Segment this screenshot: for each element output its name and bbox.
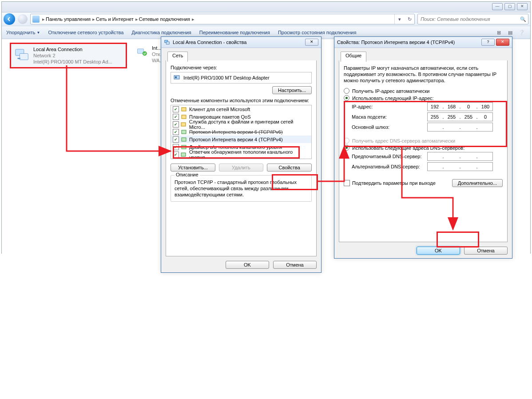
dialog2-titlebar: Свойства: Протокол Интернета версии 4 (T… [334, 37, 512, 48]
connection-name: Local Area Connection [33, 46, 112, 52]
dialog-connection-properties: Local Area Connection - свойства ✕ Сеть … [161, 36, 322, 273]
dialog1-close-button[interactable]: ✕ [305, 39, 318, 46]
svg-rect-9 [182, 115, 186, 119]
advanced-button[interactable]: Дополнительно... [452, 179, 503, 187]
configure-button[interactable]: Настроить... [272, 86, 312, 94]
qos-icon [181, 114, 187, 120]
svg-rect-5 [166, 42, 169, 44]
crumb-network-internet[interactable]: Сеть и Интернет [96, 16, 134, 22]
ip-address-field[interactable]: 192.168.0.180 [427, 102, 493, 111]
window-titlebar: — ▢ ✕ [2, 2, 530, 12]
description-label: Описание [175, 172, 200, 177]
preview-pane-icon[interactable]: ▤ [506, 30, 514, 36]
validate-label: Подтвердить параметры при выходе [352, 180, 436, 186]
intro-text: Параметры IP могут назначаться автоматич… [344, 65, 503, 84]
uninstall-button: Удалить [219, 164, 264, 172]
connection-network: Network 2 [33, 52, 112, 59]
checkbox-icon[interactable]: ✔ [173, 144, 179, 150]
toolbar-organize[interactable]: Упорядочить▼ [6, 30, 40, 35]
dialog2-close-button[interactable]: ✕ [496, 39, 509, 46]
checkbox-icon[interactable]: ✔ [173, 129, 179, 135]
lltd-icon [181, 152, 187, 157]
dialog-ipv4-properties: Свойства: Протокол Интернета версии 4 (T… [334, 36, 512, 259]
ip-address-label: IP-адрес: [352, 104, 427, 109]
components-list[interactable]: ✔Клиент для сетей Microsoft ✔Планировщик… [171, 105, 312, 159]
checkbox-icon[interactable]: ✔ [173, 136, 179, 143]
dns2-label: Альтернативный DNS-сервер: [352, 164, 427, 169]
dialog1-ok-button[interactable]: OK [226, 261, 269, 269]
network-icon [32, 16, 40, 23]
install-button[interactable]: Установить... [171, 164, 215, 172]
adapter-icon [174, 74, 181, 81]
search-input[interactable] [420, 16, 518, 22]
tab-network[interactable]: Сеть [167, 52, 188, 62]
help-icon[interactable]: ❔ [518, 30, 526, 36]
connection-item-local-area[interactable]: Local Area Connection Network 2 Intel(R)… [10, 43, 127, 68]
svg-rect-12 [182, 138, 186, 141]
svg-rect-10 [181, 123, 186, 126]
minimize-button[interactable]: — [492, 3, 503, 10]
radio-dns-auto: Получить адрес DNS-сервера автоматически [344, 138, 503, 144]
checkbox-icon[interactable]: ✔ [173, 114, 179, 120]
radio-ip-auto[interactable]: Получить IP-адрес автоматически [344, 88, 503, 94]
ipv6-icon [181, 129, 187, 135]
properties-button[interactable]: Свойства [267, 164, 312, 172]
dialog1-titlebar: Local Area Connection - свойства ✕ [161, 37, 321, 48]
connection-icon [13, 45, 31, 63]
component-row-ipv4[interactable]: ✔Протокол Интернета версии 4 (TCP/IPv4) [171, 136, 311, 143]
dialog2-title: Свойства: Протокол Интернета версии 4 (T… [337, 40, 455, 45]
svg-rect-11 [182, 130, 186, 134]
validate-checkbox[interactable] [344, 180, 350, 186]
gateway-field[interactable]: ... [427, 123, 493, 132]
radio-icon [344, 138, 349, 144]
search-icon: 🔍 [520, 16, 526, 22]
toolbar-status[interactable]: Просмотр состояния подключения [278, 30, 356, 35]
checkbox-icon[interactable]: ✔ [173, 106, 179, 112]
radio-on-icon [344, 95, 349, 101]
toolbar-diagnose[interactable]: Диагностика подключения [131, 30, 191, 35]
nav-back-button[interactable] [4, 13, 15, 25]
maximize-button[interactable]: ▢ [504, 3, 515, 10]
component-row[interactable]: ✔Ответчик обнаружения топологии канально… [171, 151, 311, 158]
svg-rect-14 [181, 153, 186, 156]
checkbox-icon[interactable]: ✔ [173, 152, 179, 158]
dialog1-title: Local Area Connection - свойства [173, 40, 246, 45]
network-small-icon [164, 39, 170, 45]
crumb-network-connections[interactable]: Сетевые подключения [139, 16, 190, 22]
component-row[interactable]: ✔Клиент для сетей Microsoft [171, 105, 311, 113]
toolbar-disable-device[interactable]: Отключение сетевого устройства [48, 30, 123, 35]
dialog2-cancel-button[interactable]: Отмена [464, 247, 508, 255]
svg-rect-7 [175, 76, 177, 78]
ipv4-icon [181, 136, 187, 142]
dialog2-help-button[interactable]: ? [481, 39, 495, 46]
tab-general[interactable]: Общие [341, 52, 366, 62]
subnet-mask-label: Маска подсети: [352, 114, 427, 120]
nav-forward-button[interactable] [18, 14, 28, 24]
svg-rect-13 [182, 145, 186, 149]
view-icon[interactable]: ⊞ [495, 30, 503, 36]
adapter-box: Intel(R) PRO/1000 MT Desktop Adapter [171, 72, 312, 84]
component-row[interactable]: ✔Служба доступа к файлам и принтерам сет… [171, 120, 311, 128]
toolbar-rename[interactable]: Переименование подключения [199, 30, 270, 35]
close-button[interactable]: ✕ [517, 3, 528, 10]
connection-icon-2 [136, 44, 149, 64]
crumb-control-panel[interactable]: Панель управления [46, 16, 91, 22]
breadcrumb[interactable]: ▸ Панель управления ▸ Сеть и Интернет ▸ … [30, 14, 415, 24]
search-box[interactable]: 🔍 [417, 14, 528, 24]
dropdown-history-button[interactable]: ▾ [395, 14, 405, 24]
dns2-field[interactable]: ... [427, 162, 493, 171]
refresh-button[interactable]: ↻ [405, 14, 414, 24]
svg-rect-1 [20, 53, 28, 60]
svg-rect-8 [182, 108, 186, 111]
dialog2-ok-button[interactable]: OK [417, 247, 460, 255]
checkbox-icon[interactable]: ✔ [173, 121, 179, 128]
radio-on-icon [344, 145, 349, 151]
lldp-icon [181, 144, 187, 150]
subnet-mask-field[interactable]: 255.255.255.0 [427, 112, 493, 121]
file-share-icon [181, 121, 187, 127]
radio-ip-manual[interactable]: Использовать следующий IP-адрес: [344, 95, 503, 101]
radio-dns-manual[interactable]: Использовать следующие адреса DNS-сервер… [344, 145, 503, 151]
svg-point-3 [143, 52, 147, 56]
dialog1-cancel-button[interactable]: Отмена [273, 261, 317, 269]
dns1-field[interactable]: ... [427, 152, 493, 161]
